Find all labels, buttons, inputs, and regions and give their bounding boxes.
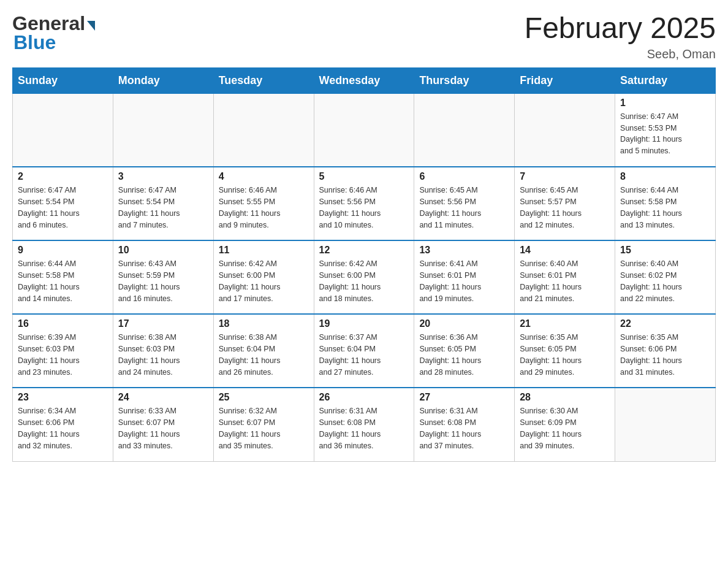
day-number: 18 xyxy=(219,318,309,329)
day-number: 4 xyxy=(219,171,309,182)
day-number: 6 xyxy=(419,171,509,182)
calendar-cell: 8Sunrise: 6:44 AMSunset: 5:58 PMDaylight… xyxy=(615,167,716,240)
calendar-cell xyxy=(113,93,213,167)
day-number: 8 xyxy=(620,171,710,182)
calendar-header-tuesday: Tuesday xyxy=(213,67,314,93)
calendar-cell: 28Sunrise: 6:30 AMSunset: 6:09 PMDayligh… xyxy=(515,388,615,461)
day-info: Sunrise: 6:47 AMSunset: 5:54 PMDaylight:… xyxy=(18,185,108,231)
day-number: 16 xyxy=(18,318,108,329)
day-number: 10 xyxy=(118,245,208,256)
day-number: 26 xyxy=(319,392,409,403)
day-info: Sunrise: 6:47 AMSunset: 5:54 PMDaylight:… xyxy=(118,185,208,231)
day-number: 25 xyxy=(219,392,309,403)
calendar-cell: 11Sunrise: 6:42 AMSunset: 6:00 PMDayligh… xyxy=(213,240,314,314)
title-section: February 2025 Seeb, Oman xyxy=(525,12,716,61)
day-number: 15 xyxy=(620,245,710,256)
day-number: 7 xyxy=(520,171,610,182)
day-number: 5 xyxy=(319,171,409,182)
day-number: 13 xyxy=(419,245,509,256)
calendar-header-sunday: Sunday xyxy=(13,67,113,93)
calendar-week-row: 9Sunrise: 6:44 AMSunset: 5:58 PMDaylight… xyxy=(13,240,716,314)
calendar-cell xyxy=(515,93,615,167)
calendar-cell xyxy=(615,388,716,461)
calendar-cell xyxy=(13,93,113,167)
day-number: 11 xyxy=(219,245,309,256)
day-number: 17 xyxy=(118,318,208,329)
day-info: Sunrise: 6:40 AMSunset: 6:01 PMDaylight:… xyxy=(520,258,610,304)
calendar-cell: 14Sunrise: 6:40 AMSunset: 6:01 PMDayligh… xyxy=(515,240,615,314)
calendar-cell: 25Sunrise: 6:32 AMSunset: 6:07 PMDayligh… xyxy=(213,388,314,461)
calendar-cell: 16Sunrise: 6:39 AMSunset: 6:03 PMDayligh… xyxy=(13,314,113,388)
day-info: Sunrise: 6:46 AMSunset: 5:55 PMDaylight:… xyxy=(219,185,309,231)
calendar-cell: 15Sunrise: 6:40 AMSunset: 6:02 PMDayligh… xyxy=(615,240,716,314)
page-header: General Blue February 2025 Seeb, Oman xyxy=(12,12,716,61)
calendar-cell: 24Sunrise: 6:33 AMSunset: 6:07 PMDayligh… xyxy=(113,388,213,461)
calendar-cell xyxy=(314,93,414,167)
location: Seeb, Oman xyxy=(525,47,716,61)
day-info: Sunrise: 6:43 AMSunset: 5:59 PMDaylight:… xyxy=(118,258,208,304)
day-info: Sunrise: 6:45 AMSunset: 5:57 PMDaylight:… xyxy=(520,185,610,231)
day-info: Sunrise: 6:41 AMSunset: 6:01 PMDaylight:… xyxy=(419,258,509,304)
calendar-cell: 4Sunrise: 6:46 AMSunset: 5:55 PMDaylight… xyxy=(213,167,314,240)
day-info: Sunrise: 6:31 AMSunset: 6:08 PMDaylight:… xyxy=(419,405,509,451)
month-title: February 2025 xyxy=(525,12,716,45)
day-number: 19 xyxy=(319,318,409,329)
calendar-week-row: 1Sunrise: 6:47 AMSunset: 5:53 PMDaylight… xyxy=(13,93,716,167)
calendar-cell: 13Sunrise: 6:41 AMSunset: 6:01 PMDayligh… xyxy=(414,240,515,314)
day-number: 20 xyxy=(419,318,509,329)
day-info: Sunrise: 6:42 AMSunset: 6:00 PMDaylight:… xyxy=(219,258,309,304)
calendar-cell: 5Sunrise: 6:46 AMSunset: 5:56 PMDaylight… xyxy=(314,167,414,240)
calendar-header-row: SundayMondayTuesdayWednesdayThursdayFrid… xyxy=(13,67,716,93)
calendar-cell: 26Sunrise: 6:31 AMSunset: 6:08 PMDayligh… xyxy=(314,388,414,461)
day-number: 22 xyxy=(620,318,710,329)
day-info: Sunrise: 6:31 AMSunset: 6:08 PMDaylight:… xyxy=(319,405,409,451)
calendar-cell: 18Sunrise: 6:38 AMSunset: 6:04 PMDayligh… xyxy=(213,314,314,388)
day-info: Sunrise: 6:47 AMSunset: 5:53 PMDaylight:… xyxy=(620,111,710,157)
day-info: Sunrise: 6:45 AMSunset: 5:56 PMDaylight:… xyxy=(419,185,509,231)
calendar-cell: 20Sunrise: 6:36 AMSunset: 6:05 PMDayligh… xyxy=(414,314,515,388)
day-info: Sunrise: 6:42 AMSunset: 6:00 PMDaylight:… xyxy=(319,258,409,304)
calendar-header-wednesday: Wednesday xyxy=(314,67,414,93)
day-info: Sunrise: 6:30 AMSunset: 6:09 PMDaylight:… xyxy=(520,405,610,451)
calendar-cell: 10Sunrise: 6:43 AMSunset: 5:59 PMDayligh… xyxy=(113,240,213,314)
calendar-header-monday: Monday xyxy=(113,67,213,93)
calendar-cell: 7Sunrise: 6:45 AMSunset: 5:57 PMDaylight… xyxy=(515,167,615,240)
calendar-header-saturday: Saturday xyxy=(615,67,716,93)
day-number: 14 xyxy=(520,245,610,256)
day-number: 24 xyxy=(118,392,208,403)
calendar-cell xyxy=(414,93,515,167)
day-info: Sunrise: 6:37 AMSunset: 6:04 PMDaylight:… xyxy=(319,332,409,378)
day-info: Sunrise: 6:34 AMSunset: 6:06 PMDaylight:… xyxy=(18,405,108,451)
calendar-table: SundayMondayTuesdayWednesdayThursdayFrid… xyxy=(12,67,716,462)
calendar-cell: 2Sunrise: 6:47 AMSunset: 5:54 PMDaylight… xyxy=(13,167,113,240)
logo-blue: Blue xyxy=(13,31,56,54)
calendar-cell: 23Sunrise: 6:34 AMSunset: 6:06 PMDayligh… xyxy=(13,388,113,461)
day-number: 23 xyxy=(18,392,108,403)
day-info: Sunrise: 6:39 AMSunset: 6:03 PMDaylight:… xyxy=(18,332,108,378)
day-info: Sunrise: 6:46 AMSunset: 5:56 PMDaylight:… xyxy=(319,185,409,231)
day-number: 28 xyxy=(520,392,610,403)
calendar-cell: 21Sunrise: 6:35 AMSunset: 6:05 PMDayligh… xyxy=(515,314,615,388)
day-info: Sunrise: 6:32 AMSunset: 6:07 PMDaylight:… xyxy=(219,405,309,451)
day-info: Sunrise: 6:40 AMSunset: 6:02 PMDaylight:… xyxy=(620,258,710,304)
calendar-cell: 9Sunrise: 6:44 AMSunset: 5:58 PMDaylight… xyxy=(13,240,113,314)
day-info: Sunrise: 6:38 AMSunset: 6:04 PMDaylight:… xyxy=(219,332,309,378)
calendar-header-friday: Friday xyxy=(515,67,615,93)
day-number: 27 xyxy=(419,392,509,403)
day-info: Sunrise: 6:44 AMSunset: 5:58 PMDaylight:… xyxy=(18,258,108,304)
logo-triangle-icon xyxy=(87,21,95,31)
calendar-week-row: 2Sunrise: 6:47 AMSunset: 5:54 PMDaylight… xyxy=(13,167,716,240)
calendar-week-row: 23Sunrise: 6:34 AMSunset: 6:06 PMDayligh… xyxy=(13,388,716,461)
day-number: 3 xyxy=(118,171,208,182)
day-number: 12 xyxy=(319,245,409,256)
day-number: 21 xyxy=(520,318,610,329)
day-number: 1 xyxy=(620,98,710,109)
calendar-cell: 6Sunrise: 6:45 AMSunset: 5:56 PMDaylight… xyxy=(414,167,515,240)
day-info: Sunrise: 6:38 AMSunset: 6:03 PMDaylight:… xyxy=(118,332,208,378)
calendar-cell: 22Sunrise: 6:35 AMSunset: 6:06 PMDayligh… xyxy=(615,314,716,388)
day-info: Sunrise: 6:36 AMSunset: 6:05 PMDaylight:… xyxy=(419,332,509,378)
day-info: Sunrise: 6:33 AMSunset: 6:07 PMDaylight:… xyxy=(118,405,208,451)
day-info: Sunrise: 6:35 AMSunset: 6:05 PMDaylight:… xyxy=(520,332,610,378)
calendar-cell: 17Sunrise: 6:38 AMSunset: 6:03 PMDayligh… xyxy=(113,314,213,388)
logo: General Blue xyxy=(12,12,95,54)
